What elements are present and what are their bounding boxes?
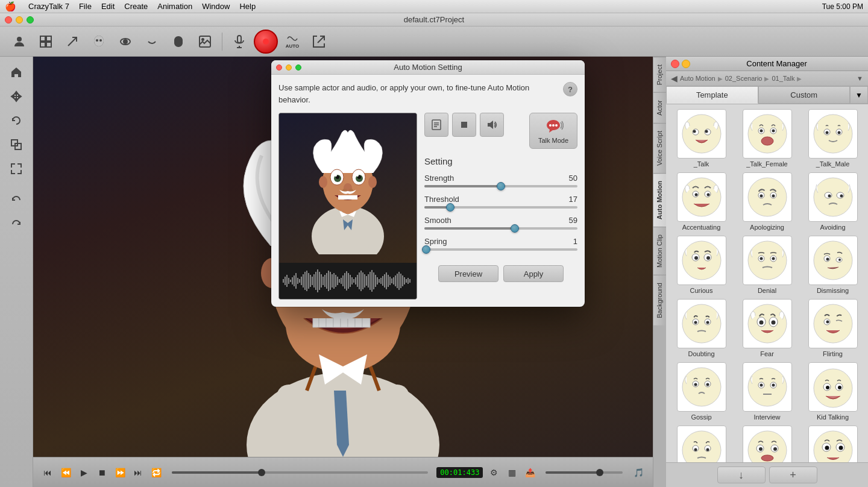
timeline-back-start[interactable]: ⏮ xyxy=(40,465,55,480)
threshold-thumb[interactable] xyxy=(446,203,454,212)
maximize-button[interactable] xyxy=(27,16,34,24)
breadcrumb-scenario[interactable]: 02_Scenario xyxy=(725,75,763,82)
minimize-button[interactable] xyxy=(16,16,23,24)
auto-motion-dialog[interactable]: Auto Motion Setting Use sample actor and… xyxy=(271,60,585,307)
motion-tool-btn[interactable] xyxy=(60,30,84,54)
cm-item-talk[interactable]: _Talk xyxy=(671,109,732,168)
cm-item-curious[interactable]: Curious xyxy=(671,236,732,294)
threshold-track[interactable] xyxy=(424,206,577,209)
vtab-motion-clip[interactable]: Motion Clip xyxy=(653,227,666,275)
cm-item-row6a[interactable] xyxy=(671,426,732,462)
cm-item-kid-talking[interactable]: Kid Talking xyxy=(802,362,863,421)
dialog-max-btn[interactable] xyxy=(295,64,301,71)
cm-item-flirting[interactable]: Flirting xyxy=(802,299,863,357)
spring-thumb[interactable] xyxy=(422,245,430,254)
breadcrumb-talk[interactable]: 01_Talk xyxy=(772,75,794,82)
undo-tool[interactable] xyxy=(5,189,27,211)
cm-download-btn[interactable]: ↓ xyxy=(717,467,766,483)
breadcrumb-back-btn[interactable]: ◀ xyxy=(671,74,678,83)
breadcrumb-dropdown[interactable]: ▼ xyxy=(857,75,863,82)
redo-tool[interactable] xyxy=(5,213,27,235)
cm-item-row6b[interactable] xyxy=(737,426,797,462)
apple-menu[interactable]: 🍎 xyxy=(5,1,16,12)
cm-item-accentuating[interactable]: Accentuating xyxy=(671,172,732,231)
record-audio-btn[interactable] xyxy=(227,30,251,54)
zoom-track[interactable] xyxy=(546,471,623,474)
cm-item-interview[interactable]: Interview xyxy=(737,362,797,421)
cm-thumb-accentuating[interactable] xyxy=(677,172,726,222)
timeline-loop[interactable]: 🔁 xyxy=(149,465,163,480)
cm-thumb-dismissing[interactable] xyxy=(808,236,858,285)
cm-item-avoiding[interactable]: Avoiding xyxy=(802,172,863,231)
cm-item-doubting[interactable]: Doubting xyxy=(671,299,732,357)
cm-thumb-avoiding[interactable] xyxy=(808,172,858,222)
audio-file-btn[interactable] xyxy=(424,113,448,137)
move-tool[interactable] xyxy=(5,86,27,107)
preview-button[interactable]: Preview xyxy=(438,265,498,282)
strength-thumb[interactable] xyxy=(497,182,505,190)
menu-help[interactable]: Help xyxy=(239,2,256,11)
cm-thumb-fear[interactable] xyxy=(743,299,792,348)
audio-stop-btn[interactable] xyxy=(452,113,476,137)
spring-track[interactable] xyxy=(424,248,577,251)
cm-close-btn[interactable] xyxy=(671,60,679,68)
cm-thumb-talk[interactable] xyxy=(677,109,726,159)
menu-file[interactable]: File xyxy=(79,2,92,11)
cm-thumb-denial[interactable] xyxy=(743,236,792,285)
strength-track[interactable] xyxy=(424,185,577,187)
auto-mode-btn[interactable]: AUTO xyxy=(280,30,304,54)
audio-speaker-btn[interactable] xyxy=(480,113,504,137)
dialog-close-btn[interactable] xyxy=(276,64,282,71)
cm-add-btn[interactable]: + xyxy=(769,467,817,483)
menu-animation[interactable]: Animation xyxy=(157,2,192,11)
cm-thumb-gossip[interactable] xyxy=(677,362,726,412)
audio-icon[interactable]: 🎵 xyxy=(631,465,646,480)
export-btn[interactable] xyxy=(307,30,331,54)
tab-template[interactable]: Template xyxy=(666,86,758,104)
cm-thumb-kid-talking[interactable] xyxy=(808,362,858,412)
eye-tool-btn[interactable] xyxy=(113,30,137,54)
dialog-min-btn[interactable] xyxy=(286,64,292,71)
vtab-auto-motion[interactable]: Auto Motion xyxy=(653,173,666,227)
cm-item-dismissing[interactable]: Dismissing xyxy=(802,236,863,294)
cm-min-btn[interactable] xyxy=(682,60,690,68)
cm-item-talk-female[interactable]: _Talk_Female xyxy=(737,109,797,168)
dialog-help-btn[interactable]: ? xyxy=(563,82,577,96)
cm-thumb-talk-male[interactable] xyxy=(808,109,858,159)
vtab-background[interactable]: Background xyxy=(653,275,666,325)
record-btn[interactable] xyxy=(254,30,278,54)
menu-appname[interactable]: CrazyTalk 7 xyxy=(28,2,69,11)
timeline-forward-end[interactable]: ⏭ xyxy=(131,465,145,480)
cm-thumb-row6b[interactable] xyxy=(743,426,792,462)
cm-thumb-doubting[interactable] xyxy=(677,299,726,348)
vtab-project[interactable]: Project xyxy=(653,57,666,92)
cm-item-talk-male[interactable]: _Talk_Male xyxy=(802,109,863,168)
cm-thumb-row6a[interactable] xyxy=(677,426,726,462)
vtab-actor[interactable]: Actor xyxy=(653,92,666,123)
breadcrumb-auto-motion[interactable]: Auto Motion xyxy=(680,75,715,82)
profile-tool-btn[interactable] xyxy=(166,30,190,54)
mouth-tool-btn[interactable] xyxy=(140,30,164,54)
home-tool[interactable] xyxy=(5,61,27,83)
head-tool-btn[interactable] xyxy=(87,30,111,54)
cm-thumb-curious[interactable] xyxy=(677,236,726,285)
vtab-voice-script[interactable]: Voice Script xyxy=(653,123,666,173)
close-button[interactable] xyxy=(5,16,12,24)
cm-item-fear[interactable]: Fear xyxy=(737,299,797,357)
rotate-tool[interactable] xyxy=(5,110,27,131)
timeline-forward[interactable]: ⏩ xyxy=(113,465,127,480)
timeline-clips[interactable]: ▦ xyxy=(505,465,519,480)
timeline-stop[interactable]: ⏹ xyxy=(95,465,109,480)
menu-create[interactable]: Create xyxy=(124,2,148,11)
timeline-play[interactable]: ▶ xyxy=(77,465,91,480)
menu-edit[interactable]: Edit xyxy=(101,2,115,11)
scale-tool[interactable] xyxy=(5,134,27,156)
timeline-settings[interactable]: ⚙ xyxy=(486,465,501,480)
talk-mode-btn[interactable]: Talk Mode xyxy=(529,113,577,149)
actor-tool-btn[interactable] xyxy=(7,30,31,54)
cm-thumb-row6c[interactable] xyxy=(808,426,858,462)
cm-thumb-interview[interactable] xyxy=(743,362,792,412)
grid-tool-btn[interactable] xyxy=(34,30,58,54)
fit-tool[interactable] xyxy=(5,158,27,180)
timeline-back[interactable]: ⏪ xyxy=(58,465,73,480)
